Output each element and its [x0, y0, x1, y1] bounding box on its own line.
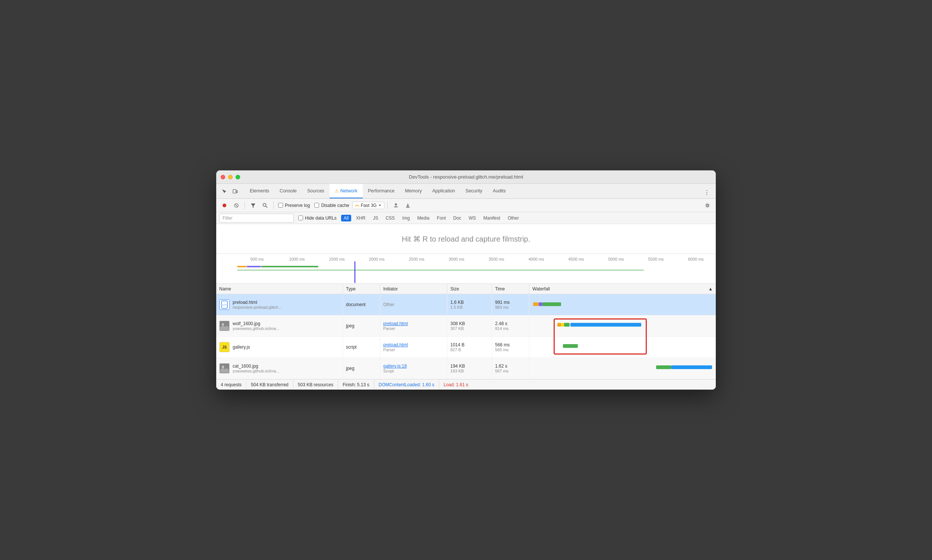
timeline-label-500: 500 ms [237, 257, 277, 262]
th-waterfall: Waterfall ▲ [529, 284, 716, 294]
hide-data-urls-checkbox[interactable] [298, 215, 303, 220]
size-stack-wolf: 308 KB 307 KB [451, 321, 465, 331]
table-row[interactable]: cat_1600.jpg yoavweiss.github.io/ima... … [216, 358, 716, 379]
svg-point-2 [223, 203, 226, 207]
preserve-log-label[interactable]: Preserve log [277, 203, 311, 208]
throttle-icon [355, 203, 359, 208]
td-waterfall-cat [529, 358, 716, 379]
record-button[interactable] [219, 200, 230, 211]
timeline-label-3500: 3500 ms [477, 257, 516, 262]
cursor-icon[interactable] [219, 186, 229, 196]
timeline-label-3000: 3000 ms [437, 257, 477, 262]
td-initiator-preload: Other [380, 294, 448, 315]
status-bar: 4 requests 504 KB transferred 503 KB res… [216, 379, 716, 389]
filter-all-button[interactable]: All [341, 215, 351, 222]
tab-elements[interactable]: Elements [245, 184, 274, 198]
clear-button[interactable] [231, 200, 241, 211]
filter-button[interactable] [248, 200, 258, 211]
initiator-stack-gallery: preload.html Parser [383, 342, 408, 352]
td-waterfall-gallery [529, 337, 716, 358]
download-icon [405, 203, 411, 208]
import-button[interactable] [391, 200, 401, 211]
timeline-labels: 500 ms 1000 ms 1500 ms 2000 ms 2500 ms 3… [237, 254, 716, 262]
timeline-label-4000: 4000 ms [516, 257, 556, 262]
td-size-gallery: 1014 B 827 B [448, 337, 492, 358]
close-button[interactable] [221, 175, 225, 179]
filter-type-buttons: All XHR JS CSS Img Media Font Doc WS Man… [341, 215, 521, 222]
svg-line-4 [235, 204, 237, 206]
tl-bar-row1-receive [261, 266, 318, 267]
td-waterfall-wolf [529, 315, 716, 336]
more-tabs-button[interactable]: ⋮ [701, 187, 713, 198]
preserve-log-checkbox[interactable] [278, 203, 283, 208]
disable-cache-checkbox[interactable] [314, 203, 319, 208]
traffic-lights [221, 175, 240, 179]
filter-manifest-button[interactable]: Manifest [481, 215, 503, 222]
timeline-label-1500: 1500 ms [317, 257, 357, 262]
time-stack-cat: 1.62 s 567 ms [495, 363, 509, 373]
size-stack-cat: 194 KB 193 KB [451, 363, 465, 373]
filter-img-button[interactable]: Img [400, 215, 412, 222]
filter-css-button[interactable]: CSS [383, 215, 397, 222]
filter-font-button[interactable]: Font [434, 215, 449, 222]
td-waterfall-preload [529, 294, 716, 315]
time-stack-preload: 991 ms 983 ms [495, 300, 510, 309]
hide-data-urls-label[interactable]: Hide data URLs [297, 215, 338, 221]
tab-audits[interactable]: Audits [488, 184, 511, 198]
size-stack-preload: 1.6 KB 1.5 KB [451, 300, 464, 309]
throttle-select[interactable]: Fast 3G [352, 202, 385, 209]
tab-security[interactable]: Security [460, 184, 488, 198]
td-type-preload: document [343, 294, 380, 315]
td-name-wolf: wolf_1600.jpg yoavweiss.github.io/ima... [216, 315, 343, 336]
table-row[interactable]: JS gallery.js script preload.html Parser [216, 337, 716, 358]
tab-sources[interactable]: Sources [302, 184, 329, 198]
svg-marker-5 [251, 203, 255, 208]
export-button[interactable] [403, 200, 413, 211]
tab-memory[interactable]: Memory [400, 184, 427, 198]
filter-ws-button[interactable]: WS [466, 215, 478, 222]
tab-network[interactable]: ⚠ Network [329, 184, 363, 198]
sort-arrow: ▲ [708, 286, 713, 292]
filter-other-button[interactable]: Other [505, 215, 521, 222]
minimize-button[interactable] [228, 175, 233, 179]
filter-media-button[interactable]: Media [415, 215, 432, 222]
settings-button[interactable] [702, 200, 713, 211]
tab-application[interactable]: Application [427, 184, 460, 198]
status-requests: 4 requests [221, 380, 246, 389]
th-type: Type [343, 284, 380, 294]
maximize-button[interactable] [235, 175, 240, 179]
svg-rect-0 [233, 189, 236, 193]
tl-bar-overview-green [237, 269, 644, 271]
initiator-stack-wolf: preload.html Parser [383, 321, 408, 331]
tab-performance[interactable]: Performance [363, 184, 400, 198]
filter-doc-button[interactable]: Doc [451, 215, 464, 222]
tl-bar-row1-connect [237, 266, 247, 267]
toolbar: Preserve log Disable cache Fast 3G [216, 199, 716, 212]
tab-icons [219, 186, 240, 198]
filter-js-button[interactable]: JS [370, 215, 381, 222]
td-time-preload: 991 ms 983 ms [492, 294, 529, 315]
timeline-label-1000: 1000 ms [277, 257, 317, 262]
time-stack-wolf: 2.48 s 814 ms [495, 321, 509, 331]
timeline-bars [237, 265, 716, 268]
timeline-vertical-line [355, 262, 355, 283]
divider-1 [245, 202, 245, 209]
divider-2 [273, 202, 274, 209]
file-icon-cat [219, 363, 230, 374]
table-row[interactable]: </> preload.html responsive-preload.glit… [216, 294, 716, 315]
device-icon[interactable] [231, 186, 240, 196]
table-row[interactable]: wolf_1600.jpg yoavweiss.github.io/ima...… [216, 315, 716, 337]
search-button[interactable] [260, 200, 270, 211]
filmstrip-area: Hit ⌘ R to reload and capture filmstrip. [216, 224, 716, 254]
status-finish: Finish: 5.13 s [338, 380, 374, 389]
divider-3 [388, 202, 388, 209]
disable-cache-label[interactable]: Disable cache [313, 203, 351, 208]
th-time: Time [492, 284, 529, 294]
filter-xhr-button[interactable]: XHR [354, 215, 368, 222]
timeline-label-5000: 5000 ms [596, 257, 636, 262]
td-type-wolf: jpeg [343, 315, 380, 336]
svg-rect-1 [236, 191, 237, 193]
file-icon-gallery: JS [219, 342, 230, 352]
filter-input[interactable] [219, 214, 294, 223]
tab-console[interactable]: Console [274, 184, 302, 198]
